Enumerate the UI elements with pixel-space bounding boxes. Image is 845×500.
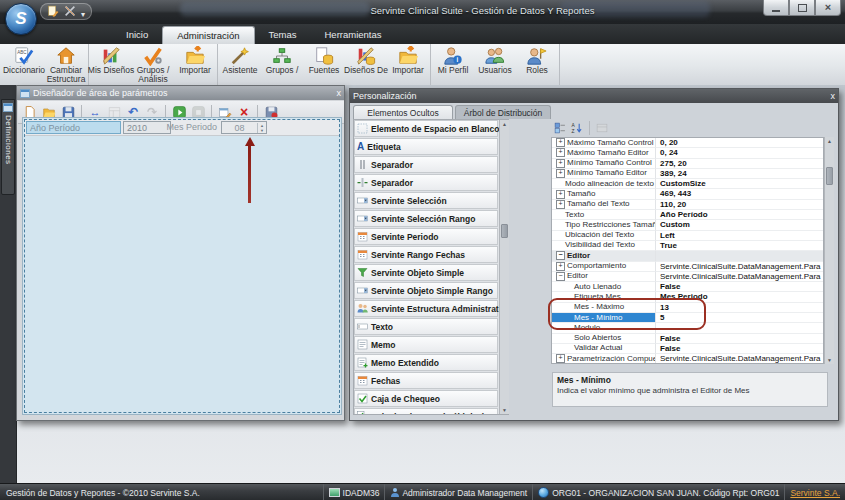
element-item-label: Servinte Rango Fechas: [371, 250, 465, 260]
element-item-servinte-periodo[interactable]: Servinte Periodo: [354, 228, 498, 245]
ribbon-button-mi-perfil[interactable]: iMi Perfil: [432, 44, 474, 85]
expand-icon[interactable]: +: [556, 169, 565, 178]
property-row-mínimo-tamaño-control[interactable]: +Mínimo Tamaño Control275, 20: [552, 159, 823, 169]
property-row-editor[interactable]: −Editor: [552, 251, 823, 261]
collapse-icon[interactable]: −: [556, 251, 565, 260]
close-button[interactable]: ×: [815, 0, 841, 16]
scroll-down-icon[interactable]: ▼: [501, 406, 508, 414]
design-surface[interactable]: Año Período 2010 Mes Periodo 08 ▲▼: [22, 117, 342, 415]
ribbon-button-dise-os-de[interactable]: Diseños De: [345, 44, 387, 85]
element-item-caja-de-chequeo[interactable]: Caja de Chequeo: [354, 390, 498, 407]
scroll-down-icon[interactable]: ▼: [826, 356, 833, 364]
element-item-servinte-selección[interactable]: Servinte Selección: [354, 192, 498, 209]
ribbon-button-label: Mi Perfil: [438, 66, 469, 75]
element-item-separador[interactable]: Separador: [354, 156, 498, 173]
property-row-ubicación-del-texto[interactable]: Ubicación del TextoLeft: [552, 231, 823, 241]
property-row-comportamiento[interactable]: +ComportamientoServinte.ClinicalSuite.Da…: [552, 262, 823, 272]
elements-scrollbar[interactable]: ▲ ▼: [499, 120, 509, 414]
ribbon-button-mis-dise-os[interactable]: Mis Diseños: [90, 44, 132, 85]
element-item-texto[interactable]: Texto: [354, 318, 498, 335]
ribbon-button-grupos-[interactable]: Grupos /: [261, 44, 303, 85]
ribbon-button-usuarios[interactable]: Usuarios: [474, 44, 516, 85]
qat-dropdown-button[interactable]: ▾: [81, 3, 85, 21]
month-period-stepper[interactable]: 08 ▲▼: [221, 121, 267, 134]
dock-tab-definiciones[interactable]: Definiciones: [1, 99, 15, 195]
element-item-separador[interactable]: Separador: [354, 174, 498, 191]
ribbon-button-diccionario[interactable]: ABCDiccionario: [3, 44, 45, 85]
expand-icon[interactable]: +: [556, 354, 565, 363]
expand-icon[interactable]: +: [556, 190, 565, 199]
grid-toolbar-categorized-icon[interactable]: [553, 121, 567, 135]
expand-icon[interactable]: +: [556, 148, 565, 157]
element-item-label: Servinte Estructura Administrativa: [371, 304, 509, 314]
filter-icon: [357, 267, 368, 278]
property-row-máximo-tamaño-editor[interactable]: +Máximo Tamaño Editor0, 24: [552, 148, 823, 158]
element-item-fechas[interactable]: Fechas: [354, 372, 498, 389]
scrollbar-thumb[interactable]: [826, 167, 833, 185]
property-row-mínimo-tamaño-editor[interactable]: +Mínimo Tamaño Editor389, 24: [552, 169, 823, 179]
qat-button[interactable]: [64, 3, 76, 21]
element-item-caja-de-chequeo-múltiples-[interactable]: Caja de Chequeo (Múltiples): [354, 408, 498, 415]
designer-close-button[interactable]: x: [337, 89, 342, 98]
grid-toolbar-sort-az-icon[interactable]: AZ: [570, 121, 584, 135]
ribbon-button-importar[interactable]: Importar: [174, 44, 216, 85]
scroll-up-icon[interactable]: ▲: [501, 120, 508, 128]
element-item-servinte-objeto-simple[interactable]: Servinte Objeto Simple: [354, 264, 498, 281]
tab-elementos-ocultos[interactable]: Elementos Ocultos: [353, 105, 453, 119]
element-item-servinte-selección-rango[interactable]: Servinte Selección Rango: [354, 210, 498, 227]
property-row-texto[interactable]: TextoAño Período: [552, 210, 823, 220]
restore-button[interactable]: [789, 0, 815, 16]
property-row-mes-máximo[interactable]: Mes - Máximo13: [552, 303, 823, 313]
property-row-tipo-restricciones-tamaño[interactable]: Tipo Restricciones TamañoCustom: [552, 220, 823, 230]
property-row-modo-alineación-de-texto[interactable]: Modo alineación de textoCustomSize: [552, 179, 823, 189]
property-grid-scrollbar[interactable]: ▲ ▼: [824, 137, 834, 364]
property-row-tamaño[interactable]: +Tamaño469, 443: [552, 189, 823, 199]
ribbon-button-fuentes[interactable]: Fuentes: [303, 44, 345, 85]
ribbon-button-asistente[interactable]: Asistente: [219, 44, 261, 85]
property-row-mes-mínimo[interactable]: Mes - Mínimo5: [552, 313, 823, 323]
element-item-servinte-estructura-administrativa[interactable]: Servinte Estructura Administrativa: [354, 300, 498, 317]
collapse-icon[interactable]: −: [556, 272, 565, 281]
property-row-etiqueta-mes[interactable]: Etiqueta MesMes Periodo: [552, 292, 823, 302]
property-row-validar-actual[interactable]: Validar ActualFalse: [552, 344, 823, 354]
element-item-etiqueta[interactable]: AEtiqueta: [354, 138, 498, 155]
application-logo[interactable]: S: [5, 3, 37, 35]
element-item-servinte-rango-fechas[interactable]: Servinte Rango Fechas: [354, 246, 498, 263]
element-item-memo[interactable]: Memo: [354, 336, 498, 353]
property-row-máximo-tamaño-control[interactable]: +Máximo Tamaño Control0, 20: [552, 138, 823, 148]
ribbon-tab-administración[interactable]: Administración: [162, 26, 254, 44]
expand-icon[interactable]: +: [556, 262, 565, 271]
tab-arbol-distribucion[interactable]: Árbol de Distribución: [455, 105, 551, 119]
status-link-servinte[interactable]: Servinte S.A.: [784, 484, 845, 500]
scrollbar-thumb[interactable]: [501, 224, 508, 238]
ribbon-button-grupos-an-lisis[interactable]: Grupos /Análisis: [132, 44, 174, 85]
element-item-memo-extendido[interactable]: Memo Extendido: [354, 354, 498, 371]
ribbon-button-importar[interactable]: Importar: [387, 44, 429, 85]
svg-text:A: A: [572, 122, 576, 127]
ribbon-tab-inicio[interactable]: Inicio: [112, 26, 162, 44]
designer-title: Diseñador de área de parámetros: [33, 88, 168, 98]
property-row-auto-llenado[interactable]: Auto LlenadoFalse: [552, 282, 823, 292]
qat-button[interactable]: [47, 3, 59, 21]
status-item-label[interactable]: Servinte S.A.: [790, 488, 840, 498]
element-item-elemento-de-espacio-en-blanco[interactable]: Elemento de Espacio en Blanco: [354, 120, 498, 137]
expand-icon[interactable]: +: [556, 159, 565, 168]
ribbon-button-cambiar-estructura[interactable]: CambiarEstructura: [45, 44, 87, 85]
spinner-arrows-icon[interactable]: ▲▼: [257, 123, 266, 133]
minimize-button[interactable]: [763, 0, 789, 16]
property-row-parametrización-compuesta[interactable]: +Parametrización CompuestaServinte.Clini…: [552, 354, 823, 364]
expand-icon[interactable]: +: [556, 200, 565, 209]
property-row-modulo[interactable]: Modulo: [552, 323, 823, 333]
expand-icon[interactable]: +: [556, 138, 565, 147]
property-row-tamaño-del-texto[interactable]: +Tamaño del Texto110, 20: [552, 200, 823, 210]
element-item-servinte-objeto-simple-rango[interactable]: Servinte Objeto Simple Rango: [354, 282, 498, 299]
property-row-solo-abiertos[interactable]: Solo AbiertosFalse: [552, 334, 823, 344]
scroll-up-icon[interactable]: ▲: [826, 137, 833, 145]
personalization-close-button[interactable]: x: [831, 92, 836, 101]
property-row-editor[interactable]: −EditorServinte.ClinicalSuite.DataManage…: [552, 272, 823, 282]
property-row-visibilidad-del-texto[interactable]: Visibilidad del TextoTrue: [552, 241, 823, 251]
year-period-label[interactable]: Año Período: [26, 121, 121, 134]
ribbon-tab-herramientas[interactable]: Herramientas: [310, 26, 395, 44]
ribbon-tab-temas[interactable]: Temas: [255, 26, 311, 44]
ribbon-button-roles[interactable]: Roles: [516, 44, 558, 85]
